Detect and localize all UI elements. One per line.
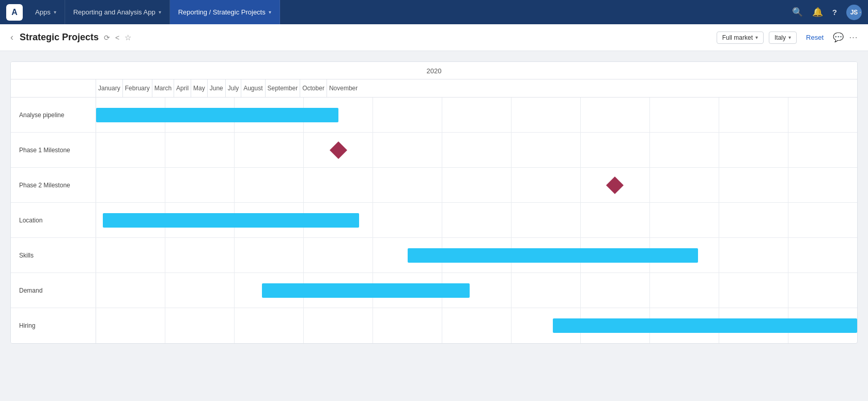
cell — [442, 98, 512, 132]
cell — [235, 308, 304, 343]
gantt-row-location: Location — [11, 203, 857, 238]
cell — [719, 203, 788, 237]
cell — [788, 168, 857, 202]
cell — [788, 238, 857, 272]
month-august: August — [241, 79, 265, 97]
row-timeline-demand — [96, 273, 857, 308]
cell — [165, 133, 235, 167]
cell — [373, 308, 442, 343]
star-icon[interactable]: ☆ — [125, 33, 131, 42]
sync-icon[interactable]: ⟳ — [104, 34, 110, 42]
month-march: March — [152, 79, 174, 97]
row-timeline-hiring — [96, 308, 857, 343]
tab-apps[interactable]: Apps ▾ — [27, 0, 65, 24]
cell — [581, 133, 650, 167]
gantt-year-header: 2020 — [11, 62, 857, 79]
month-january: January — [96, 79, 123, 97]
row-label-analyse-pipeline: Analyse pipeline — [11, 98, 96, 132]
cell — [719, 98, 788, 132]
row-label-skills: Skills — [11, 238, 96, 272]
tab-reporting-app[interactable]: Reporting and Analysis App ▾ — [65, 0, 170, 24]
cell — [304, 238, 373, 272]
bar-hiring — [553, 318, 857, 333]
cell — [373, 133, 442, 167]
row-label-demand: Demand — [11, 273, 96, 308]
gantt-months: January February March April May June Ju… — [96, 79, 857, 97]
cell — [165, 308, 235, 343]
row-label-location: Location — [11, 203, 96, 237]
cell — [512, 133, 581, 167]
more-options-icon[interactable]: ⋯ — [849, 32, 858, 43]
cell — [719, 168, 788, 202]
cell — [512, 168, 581, 202]
row-timeline-location — [96, 203, 857, 237]
subheader: ‹ Strategic Projects ⟳ < ☆ Full market ▾… — [0, 24, 868, 51]
row-timeline-phase1-milestone — [96, 133, 857, 167]
gantt-row-phase1-milestone: Phase 1 Milestone — [11, 133, 857, 168]
reset-button[interactable]: Reset — [802, 31, 828, 43]
tab-apps-chevron: ▾ — [54, 9, 56, 15]
month-may: May — [191, 79, 208, 97]
tab-reporting-strategic-label: Reporting / Strategic Projects — [178, 8, 266, 16]
gantt-row-phase2-milestone: Phase 2 Milestone — [11, 168, 857, 203]
gantt-month-headers: January February March April May June Ju… — [11, 79, 857, 98]
app-logo: A — [6, 4, 23, 21]
cell — [96, 238, 165, 272]
cell — [96, 308, 165, 343]
row-timeline-analyse-pipeline — [96, 98, 857, 132]
bar-location — [103, 213, 359, 228]
tab-reporting-app-label: Reporting and Analysis App — [73, 8, 156, 16]
tab-reporting-strategic[interactable]: Reporting / Strategic Projects ▾ — [170, 0, 280, 24]
gantt-row-demand: Demand — [11, 273, 857, 308]
cell — [165, 238, 235, 272]
cell — [304, 308, 373, 343]
share-icon[interactable]: < — [115, 34, 119, 42]
cell — [442, 168, 512, 202]
market-filter-label: Full market — [722, 34, 753, 41]
country-filter-chevron: ▾ — [788, 35, 791, 40]
cell — [235, 238, 304, 272]
cell — [442, 308, 512, 343]
gantt-year: 2020 — [427, 67, 442, 75]
cell — [442, 133, 512, 167]
cell — [96, 133, 165, 167]
cell — [442, 203, 512, 237]
comment-icon[interactable]: 💬 — [833, 32, 844, 43]
cell — [788, 273, 857, 308]
cell — [304, 168, 373, 202]
back-button[interactable]: ‹ — [10, 32, 13, 43]
gantt-row-analyse-pipeline: Analyse pipeline — [11, 98, 857, 133]
page-title: Strategic Projects — [20, 32, 99, 43]
cell — [165, 273, 235, 308]
cell — [235, 168, 304, 202]
cell — [581, 203, 650, 237]
cell — [719, 273, 788, 308]
row-label-phase2-milestone: Phase 2 Milestone — [11, 168, 96, 202]
cell — [581, 98, 650, 132]
market-filter[interactable]: Full market ▾ — [717, 31, 764, 44]
country-filter[interactable]: Italy ▾ — [769, 31, 797, 44]
month-july: July — [226, 79, 241, 97]
bell-icon[interactable]: 🔔 — [812, 7, 823, 18]
cell — [373, 98, 442, 132]
cell — [96, 168, 165, 202]
cell — [373, 203, 442, 237]
cell — [512, 203, 581, 237]
row-timeline-skills — [96, 238, 857, 272]
cell — [788, 133, 857, 167]
country-filter-label: Italy — [774, 34, 786, 41]
help-icon[interactable]: ? — [832, 8, 837, 17]
cell — [373, 168, 442, 202]
subheader-right: Full market ▾ Italy ▾ Reset 💬 ⋯ — [717, 31, 858, 44]
gantt-row-skills: Skills — [11, 238, 857, 273]
topbar-actions: 🔍 🔔 ? JS — [792, 5, 862, 20]
month-february: February — [123, 79, 152, 97]
cell — [650, 203, 719, 237]
topbar: A Apps ▾ Reporting and Analysis App ▾ Re… — [0, 0, 868, 24]
cell — [788, 203, 857, 237]
search-icon[interactable]: 🔍 — [792, 7, 803, 18]
cell — [650, 133, 719, 167]
cell — [788, 98, 857, 132]
gantt-label-header-spacer — [11, 79, 96, 97]
cell — [719, 238, 788, 272]
